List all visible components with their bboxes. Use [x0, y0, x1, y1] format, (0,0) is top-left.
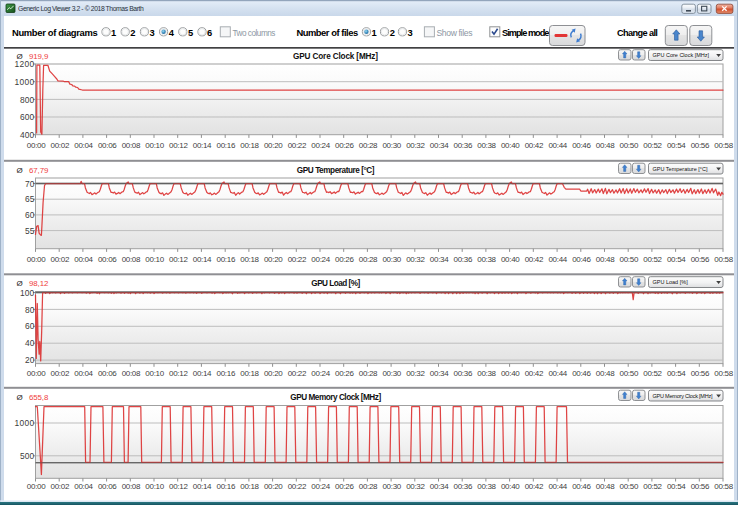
svg-text:00:30: 00:30: [382, 255, 401, 264]
svg-text:00:18: 00:18: [240, 255, 259, 264]
svg-text:00:46: 00:46: [572, 482, 591, 491]
svg-text:00:32: 00:32: [406, 369, 425, 378]
svg-text:00:36: 00:36: [454, 369, 473, 378]
svg-text:00:42: 00:42: [525, 141, 544, 150]
svg-text:00:00: 00:00: [27, 141, 46, 150]
svg-text:00:44: 00:44: [548, 482, 567, 491]
svg-text:00:40: 00:40: [501, 482, 520, 491]
svg-text:00:44: 00:44: [548, 141, 567, 150]
svg-text:00:34: 00:34: [430, 482, 449, 491]
svg-text:00:48: 00:48: [596, 141, 615, 150]
svg-text:00:34: 00:34: [430, 369, 449, 378]
svg-text:GPU Load [%]: GPU Load [%]: [653, 279, 689, 285]
svg-text:00:02: 00:02: [51, 141, 70, 150]
svg-text:00:22: 00:22: [288, 141, 307, 150]
svg-text:40: 40: [25, 338, 35, 348]
svg-text:00:22: 00:22: [288, 255, 307, 264]
svg-text:00:32: 00:32: [406, 482, 425, 491]
svg-text:00:36: 00:36: [454, 141, 473, 150]
svg-text:00:08: 00:08: [122, 141, 141, 150]
svg-text:500: 500: [20, 451, 35, 461]
svg-text:00:24: 00:24: [311, 255, 330, 264]
svg-text:00:38: 00:38: [477, 369, 496, 378]
svg-text:00:58: 00:58: [714, 141, 733, 150]
svg-text:00:00: 00:00: [27, 255, 46, 264]
svg-text:GPU Core Clock [MHz]: GPU Core Clock [MHz]: [653, 52, 710, 58]
svg-text:00:58: 00:58: [714, 255, 733, 264]
svg-text:00:50: 00:50: [620, 255, 639, 264]
svg-text:655,8: 655,8: [29, 393, 49, 402]
svg-text:00:44: 00:44: [548, 255, 567, 264]
svg-text:00:54: 00:54: [667, 141, 686, 150]
svg-text:00:40: 00:40: [501, 369, 520, 378]
svg-text:00:30: 00:30: [382, 141, 401, 150]
svg-text:60: 60: [25, 210, 35, 220]
svg-text:00:40: 00:40: [501, 141, 520, 150]
svg-text:00:38: 00:38: [477, 482, 496, 491]
svg-text:00:26: 00:26: [335, 482, 354, 491]
svg-text:600: 600: [20, 112, 35, 122]
svg-text:00:42: 00:42: [525, 369, 544, 378]
svg-text:00:48: 00:48: [596, 482, 615, 491]
svg-text:GPU Load [%]: GPU Load [%]: [311, 279, 360, 288]
svg-text:00:20: 00:20: [264, 482, 283, 491]
svg-text:00:20: 00:20: [264, 369, 283, 378]
svg-text:00:18: 00:18: [240, 141, 259, 150]
svg-text:00:56: 00:56: [691, 255, 710, 264]
svg-text:GPU Temperature [°C]: GPU Temperature [°C]: [653, 166, 708, 172]
svg-text:00:24: 00:24: [311, 141, 330, 150]
svg-text:GPU Memory Clock [MHz]: GPU Memory Clock [MHz]: [653, 393, 714, 399]
svg-text:00:02: 00:02: [51, 255, 70, 264]
svg-text:70: 70: [25, 179, 35, 189]
svg-text:00:06: 00:06: [98, 141, 117, 150]
svg-text:20: 20: [25, 355, 35, 365]
svg-text:00:42: 00:42: [525, 482, 544, 491]
svg-text:3: 3: [408, 27, 413, 38]
svg-text:4: 4: [169, 27, 175, 38]
svg-text:60: 60: [25, 321, 35, 331]
svg-text:00:08: 00:08: [122, 482, 141, 491]
svg-text:00:02: 00:02: [51, 369, 70, 378]
svg-text:GPU Temperature [°C]: GPU Temperature [°C]: [297, 166, 375, 175]
svg-text:Simple mode: Simple mode: [502, 28, 549, 38]
svg-text:00:22: 00:22: [288, 369, 307, 378]
svg-text:00:08: 00:08: [122, 255, 141, 264]
svg-text:3: 3: [150, 27, 155, 38]
svg-text:00:30: 00:30: [382, 482, 401, 491]
svg-text:00:48: 00:48: [596, 369, 615, 378]
svg-text:65: 65: [25, 194, 35, 204]
svg-text:1: 1: [372, 27, 377, 38]
svg-text:00:32: 00:32: [406, 255, 425, 264]
svg-text:00:58: 00:58: [714, 482, 733, 491]
svg-text:00:26: 00:26: [335, 141, 354, 150]
svg-text:1000: 1000: [15, 77, 35, 87]
svg-text:00:10: 00:10: [145, 255, 164, 264]
svg-text:00:52: 00:52: [643, 482, 662, 491]
svg-text:00:04: 00:04: [74, 482, 93, 491]
svg-text:00:14: 00:14: [193, 482, 212, 491]
svg-text:00:12: 00:12: [169, 255, 188, 264]
svg-text:00:12: 00:12: [169, 141, 188, 150]
svg-text:00:54: 00:54: [667, 255, 686, 264]
svg-text:00:56: 00:56: [691, 482, 710, 491]
svg-text:00:36: 00:36: [454, 482, 473, 491]
svg-text:00:36: 00:36: [454, 255, 473, 264]
svg-text:00:16: 00:16: [217, 369, 236, 378]
svg-text:00:34: 00:34: [430, 255, 449, 264]
svg-text:GPU Core Clock [MHz]: GPU Core Clock [MHz]: [293, 52, 378, 61]
svg-text:67,79: 67,79: [29, 166, 49, 175]
svg-text:00:28: 00:28: [359, 141, 378, 150]
svg-text:00:50: 00:50: [620, 482, 639, 491]
svg-text:00:46: 00:46: [572, 141, 591, 150]
svg-text:00:16: 00:16: [217, 141, 236, 150]
svg-text:00:12: 00:12: [169, 369, 188, 378]
svg-text:00:14: 00:14: [193, 255, 212, 264]
svg-text:5: 5: [188, 27, 193, 38]
svg-text:00:32: 00:32: [406, 141, 425, 150]
svg-text:00:28: 00:28: [359, 255, 378, 264]
svg-text:00:58: 00:58: [714, 369, 733, 378]
svg-text:00:54: 00:54: [667, 369, 686, 378]
svg-text:Ø: Ø: [17, 166, 23, 175]
svg-text:1200: 1200: [15, 59, 35, 69]
svg-text:00:10: 00:10: [145, 482, 164, 491]
